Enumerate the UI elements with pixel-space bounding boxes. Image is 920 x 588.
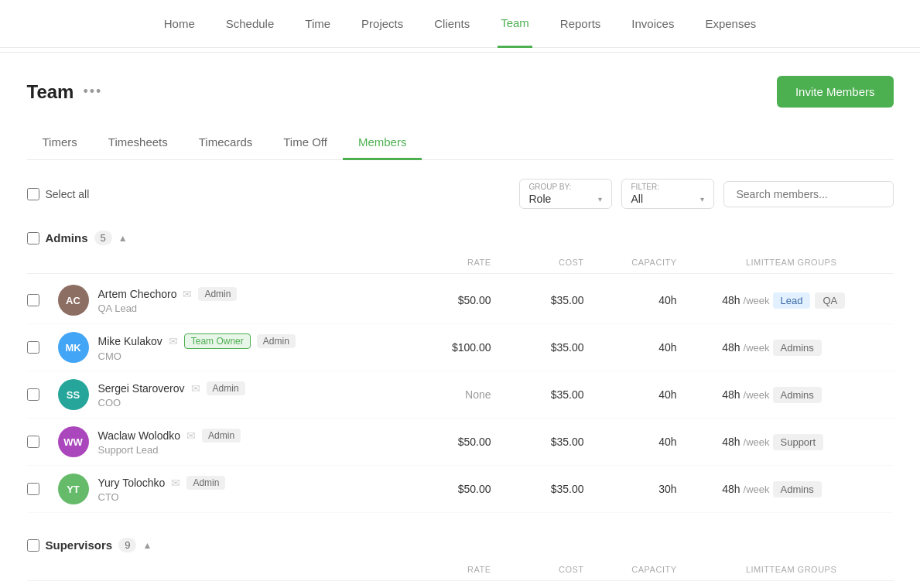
rate-cell: $50.00 (398, 294, 491, 306)
table-row: AS Alex Schastny ✉ Supervisor Deactivate… (27, 584, 894, 588)
rate-cell: None (398, 388, 491, 401)
member-details: Mike Kulakov ✉ Team Owner Admin CMO (98, 333, 296, 362)
limit-cell: 48h /week (677, 294, 770, 306)
select-all-text: Select all (46, 188, 90, 200)
member-info: AC Artem Chechoro ✉ Admin QA Lead (58, 285, 398, 316)
limit-period: /week (744, 342, 770, 354)
capacity-cell: 40h (584, 294, 677, 306)
team-group-tag: Admins (773, 387, 822, 403)
row-checkbox[interactable] (27, 483, 39, 495)
rate-cell: $100.00 (398, 341, 491, 354)
admins-col-headers: RATE COST CAPACITY LIMIT TEAM GROUPS (27, 255, 894, 274)
nav-expenses[interactable]: Expenses (702, 0, 759, 48)
group-supervisors-checkbox[interactable] (27, 539, 39, 552)
nav-projects[interactable]: Projects (358, 0, 406, 48)
group-by-select[interactable]: GROUP BY: Role ▾ (519, 179, 612, 209)
member-role: CTO (98, 491, 226, 503)
nav-team[interactable]: Team (498, 0, 532, 48)
member-name: Sergei Staroverov (98, 382, 185, 395)
filter-value: All (631, 193, 644, 205)
row-checkbox[interactable] (27, 436, 39, 448)
email-icon[interactable]: ✉ (171, 477, 180, 489)
tab-timesheets[interactable]: Timesheets (93, 126, 183, 160)
avatar: AC (58, 285, 89, 316)
member-info: WW Waclaw Wolodko ✉ Admin Support Lead (58, 426, 398, 457)
limit-value: 48h (722, 388, 740, 401)
page-title-row: Team ••• (27, 81, 103, 103)
nav-schedule[interactable]: Schedule (223, 0, 278, 48)
avatar: SS (58, 379, 89, 410)
team-groups-cell: Lead QA (770, 292, 894, 309)
team-group-tag: QA (815, 292, 845, 309)
group-by-value: Role (529, 193, 552, 205)
avatar-initials: MK (65, 342, 80, 354)
select-all-checkbox[interactable] (27, 188, 39, 200)
row-checkbox[interactable] (27, 388, 39, 401)
table-row: YT Yury Tolochko ✉ Admin CTO $50.00 $35.… (27, 466, 894, 513)
member-name: Yury Tolochko (98, 477, 166, 489)
email-icon[interactable]: ✉ (186, 429, 196, 442)
team-group-tag: Support (773, 434, 824, 450)
member-info: MK Mike Kulakov ✉ Team Owner Admin CMO (58, 332, 398, 363)
email-icon[interactable]: ✉ (183, 288, 192, 300)
table-row: AC Artem Chechoro ✉ Admin QA Lead $50.00… (27, 277, 894, 324)
avatar: YT (58, 473, 89, 504)
member-details: Artem Chechoro ✉ Admin QA Lead (98, 287, 238, 314)
search-input[interactable] (723, 181, 894, 207)
limit-period: /week (744, 436, 770, 448)
tab-members[interactable]: Members (343, 126, 422, 160)
group-supervisors: Supervisors 9 ▲ RATE COST CAPACITY LIMIT… (27, 532, 894, 588)
group-admins-toggle-icon[interactable]: ▲ (118, 233, 128, 244)
group-admins-header: Admins 5 ▲ (27, 224, 894, 251)
nav-time[interactable]: Time (302, 0, 333, 48)
member-role: COO (98, 397, 245, 409)
nav-reports[interactable]: Reports (557, 0, 604, 48)
col-cost-header: COST (491, 258, 584, 267)
limit-value: 48h (722, 436, 740, 448)
row-checkbox[interactable] (27, 294, 39, 306)
filter-select[interactable]: FILTER: All ▾ (621, 179, 714, 209)
member-name: Artem Chechoro (98, 288, 177, 300)
tab-time-off[interactable]: Time Off (268, 126, 343, 160)
group-admins-checkbox[interactable] (27, 232, 39, 244)
limit-cell: 48h /week (677, 388, 770, 401)
group-supervisors-count: 9 (118, 538, 136, 552)
nav-clients[interactable]: Clients (431, 0, 473, 48)
main-content: Team ••• Invite Members Timers Timesheet… (12, 53, 909, 588)
nav-home[interactable]: Home (161, 0, 198, 48)
group-supervisors-toggle-icon[interactable]: ▲ (142, 540, 152, 551)
member-role: CMO (98, 350, 296, 362)
member-badge-admin: Admin (257, 334, 296, 348)
table-row: SS Sergei Staroverov ✉ Admin COO None $3… (27, 371, 894, 419)
invite-members-button[interactable]: Invite Members (777, 76, 894, 108)
col-rate-header: RATE (398, 565, 491, 574)
group-admins-title: Admins (46, 231, 88, 244)
nav-invoices[interactable]: Invoices (628, 0, 677, 48)
supervisors-col-headers: RATE COST CAPACITY LIMIT TEAM GROUPS (27, 562, 894, 581)
cost-cell: $35.00 (491, 483, 584, 495)
tab-timecards[interactable]: Timecards (183, 126, 268, 160)
capacity-cell: 40h (584, 436, 677, 448)
team-groups-cell: Support (770, 434, 894, 450)
limit-period: /week (744, 484, 770, 495)
member-info: YT Yury Tolochko ✉ Admin CTO (58, 473, 398, 504)
page-header: Team ••• Invite Members (27, 76, 894, 108)
limit-value: 48h (722, 294, 740, 306)
group-admins-count: 5 (94, 231, 112, 245)
toolbar: Select all GROUP BY: Role ▾ FILTER: All … (27, 179, 894, 209)
avatar-initials: WW (63, 436, 83, 448)
email-icon[interactable]: ✉ (169, 335, 178, 347)
team-group-tag: Admins (773, 481, 822, 497)
limit-cell: 48h /week (677, 341, 770, 354)
limit-cell: 48h /week (677, 436, 770, 448)
row-checkbox[interactable] (27, 341, 39, 354)
more-options-icon[interactable]: ••• (83, 84, 102, 100)
group-supervisors-header: Supervisors 9 ▲ (27, 532, 894, 559)
col-rate-header: RATE (398, 258, 491, 267)
select-all-label[interactable]: Select all (27, 188, 90, 200)
team-group-tag: Admins (773, 340, 822, 356)
email-icon[interactable]: ✉ (191, 382, 200, 395)
avatar-initials: SS (67, 389, 80, 401)
member-info: SS Sergei Staroverov ✉ Admin COO (58, 379, 398, 410)
tab-timers[interactable]: Timers (27, 126, 93, 160)
